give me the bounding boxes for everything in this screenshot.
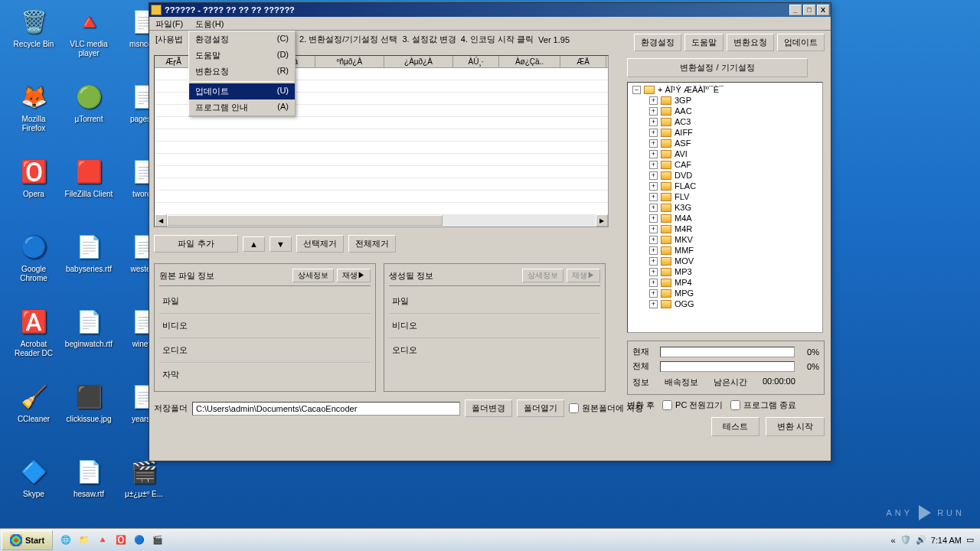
tree-item[interactable]: +FLV [629,191,821,202]
tray-security-icon[interactable]: 🛡️ [900,535,911,545]
desktop-icon[interactable]: 🎬μ±¿μ±º E... [119,456,168,499]
remove-all-button[interactable]: 전체제거 [348,235,396,253]
desktop-icon[interactable]: 📄hesaw.rtf [64,456,113,499]
desktop-icon[interactable]: 🧹CCleaner [9,381,58,424]
expand-icon[interactable]: + [649,161,658,169]
tree-item[interactable]: +MKV [629,234,821,245]
menu-item[interactable]: 프로그램 안내(A) [189,99,295,116]
desktop-icon[interactable]: 📄beginwatch.rtf [64,306,113,349]
tree-item[interactable]: +M4A [629,213,821,223]
desktop-icon[interactable]: 🗑️Recycle Bin [9,6,58,49]
update-button[interactable]: 업데이트 [777,34,825,51]
source-detail-button[interactable]: 상세정보 [292,269,334,282]
desktop-icon[interactable]: 🦊Mozilla Firefox [9,81,58,133]
desktop-icon[interactable]: 🔺VLC media player [64,6,113,58]
tree-item[interactable]: +CAF [629,159,821,170]
tree-item[interactable]: +K3G [629,202,821,213]
expand-icon[interactable]: + [649,246,658,255]
request-button[interactable]: 변환요청 [727,34,774,51]
start-conversion-button[interactable]: 변환 시작 [766,417,825,436]
scroll-track[interactable] [167,214,596,227]
maximize-button[interactable]: □ [803,5,815,15]
tray-show-desktop[interactable]: ▭ [966,535,974,545]
exit-checkbox[interactable] [730,400,740,410]
move-down-button[interactable]: ▼ [270,236,292,252]
conversion-settings-header[interactable]: 변환설정 / 기기설정 [627,58,808,77]
expand-icon[interactable]: + [649,139,658,148]
grid-column-header[interactable]: Àø¿Çà.. [499,56,560,67]
help-button[interactable]: 도움말 [684,34,724,51]
desktop-icon[interactable]: 📄babyseries.rtf [64,231,113,274]
output-detail-button[interactable]: 상세정보 [522,269,564,282]
tree-item[interactable]: +OGG [629,298,821,309]
expand-icon[interactable]: + [649,129,658,137]
scroll-right-icon[interactable]: ▶ [596,214,608,227]
output-play-button[interactable]: 재생▶ [567,269,600,282]
settings-button[interactable]: 환경설정 [634,34,681,51]
expand-icon[interactable]: + [649,204,658,212]
grid-column-header[interactable]: ÀÚ¸· [453,56,499,67]
tree-item[interactable]: +ASF [629,138,821,148]
tree-item[interactable]: +MP3 [629,266,821,277]
tree-item[interactable]: +MP4 [629,277,821,288]
tree-item[interactable]: +DVD [629,170,821,181]
source-play-button[interactable]: 재생▶ [337,269,371,282]
expand-icon[interactable]: + [649,171,658,180]
expand-icon[interactable]: + [649,150,658,158]
opera-icon[interactable]: 🅾️ [113,532,129,549]
expand-icon[interactable]: + [649,268,658,276]
open-folder-button[interactable]: 폴더열기 [517,399,564,417]
grid-column-header[interactable]: ºñµð¿À [315,56,384,67]
remove-selected-button[interactable]: 선택제거 [296,235,344,253]
expand-icon[interactable]: + [649,225,658,233]
menu-item[interactable]: 도움말(D) [189,47,295,64]
collapse-icon[interactable]: − [632,86,641,94]
expand-icon[interactable]: + [649,182,658,191]
menu-file[interactable]: 파일(F) [149,17,189,30]
explorer-icon[interactable]: 📁 [76,532,93,549]
tree-item[interactable]: +AVI [629,148,821,159]
start-button[interactable]: Start [2,530,53,550]
tray-clock[interactable]: 7:14 AM [931,536,962,545]
desktop-icon[interactable]: 🅰️Acrobat Reader DC [9,306,58,358]
expand-icon[interactable]: + [649,118,658,126]
expand-icon[interactable]: + [649,214,658,223]
grid-hscroll[interactable]: ◀ ▶ [155,214,608,227]
add-file-button[interactable]: 파일 추가 [154,235,238,253]
grid-column-header[interactable]: ¿Àµð¿À [384,56,453,67]
test-button[interactable]: 테스트 [711,417,760,436]
scroll-left-icon[interactable]: ◀ [155,214,167,227]
expand-icon[interactable]: + [649,257,658,266]
expand-icon[interactable]: + [649,96,658,105]
app-taskbar-icon[interactable]: 🎬 [149,532,166,549]
menu-item[interactable]: 환경설정(C) [189,31,295,47]
desktop-icon[interactable]: 🟥FileZilla Client [64,156,113,199]
tree-item[interactable]: +MPG [629,288,821,298]
desktop-icon[interactable]: 🅾️Opera [9,156,58,199]
tree-item[interactable]: +M4R [629,223,821,234]
tree-item[interactable]: +FLAC [629,181,821,191]
expand-icon[interactable]: + [649,279,658,287]
scroll-thumb[interactable] [167,215,443,226]
titlebar[interactable]: ?????? - ???? ?? ?? ?? ?????? _ □ X [149,3,831,17]
tree-item[interactable]: +3GP [629,95,821,106]
tray-expand-icon[interactable]: « [891,536,896,545]
expand-icon[interactable]: + [649,289,658,298]
expand-icon[interactable]: + [649,236,658,244]
tree-item[interactable]: +MMF [629,245,821,256]
grid-column-header[interactable]: ÆɼÃ [155,56,193,67]
tree-item[interactable]: +AC3 [629,116,821,127]
grid-column-header[interactable]: ÆÄ [560,56,606,67]
move-up-button[interactable]: ▲ [243,236,265,252]
menu-item[interactable]: 업데이트(U) [189,83,295,99]
save-original-checkbox[interactable] [569,403,579,413]
ie-icon[interactable]: 🌐 [57,532,74,549]
desktop-icon[interactable]: 🔷Skype [9,456,58,499]
chrome-icon[interactable]: 🔵 [131,532,148,549]
vlc-icon[interactable]: 🔺 [94,532,111,549]
expand-icon[interactable]: + [649,107,658,116]
minimize-button[interactable]: _ [789,5,802,15]
close-button[interactable]: X [817,5,829,15]
desktop-icon[interactable]: 🔵Google Chrome [9,231,58,283]
menu-item[interactable]: 변환요청(R) [189,64,295,80]
